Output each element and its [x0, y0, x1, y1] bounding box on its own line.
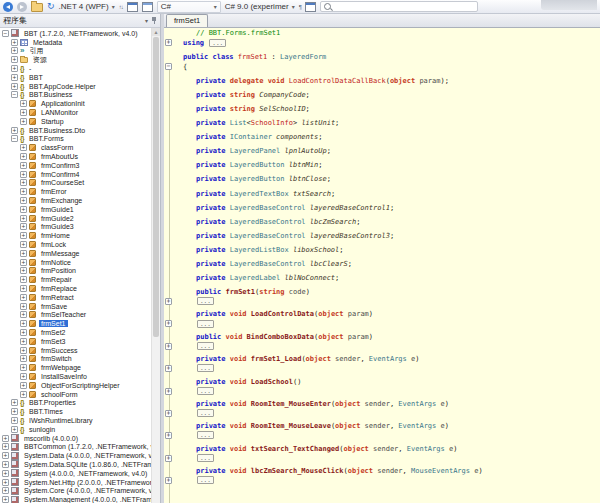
- collapsed-region[interactable]: ...: [197, 387, 214, 395]
- tree-item-objectforscriptinghelper[interactable]: +ObjectForScriptingHelper: [0, 381, 151, 390]
- tree-item-frmretract[interactable]: +frmRetract: [0, 293, 151, 302]
- tree-item-frmset2[interactable]: +frmSet2: [0, 328, 151, 337]
- collapse-icon[interactable]: −: [2, 30, 9, 37]
- expand-icon[interactable]: +: [20, 215, 27, 222]
- tree-item-frmsuccess[interactable]: +frmSuccess: [0, 346, 151, 355]
- tree-item-frmset3[interactable]: +frmSet3: [0, 337, 151, 346]
- tree-item-system-net-http-2-0-0-0-netframework[interactable]: +System.Net.Http (2.0.0.0, .NETFramework…: [0, 478, 151, 487]
- expand-icon[interactable]: +: [20, 364, 27, 371]
- tree-item-system-4-0-0-0-netframework-v4-0[interactable]: +System (4.0.0.0, .NETFramework, v4.0): [0, 469, 151, 478]
- tree-item-system-management-4-0-0-0-netframework[interactable]: +System.Management (4.0.0.0, .NETFramewo…: [0, 495, 151, 503]
- language-version-dropdown[interactable]: C# 9.0 (experimer ▾: [225, 2, 295, 11]
- tree-item-bbt-business-dto[interactable]: +{}BBT.Business.Dto: [0, 126, 151, 135]
- tree-item-frmsave[interactable]: +frmSave: [0, 302, 151, 311]
- expand-icon[interactable]: +: [20, 223, 27, 230]
- tree-item-applicationinit[interactable]: +ApplicationInit: [0, 99, 151, 108]
- expand-icon[interactable]: +: [20, 285, 27, 292]
- collapsed-region[interactable]: ...: [197, 476, 214, 484]
- expand-icon[interactable]: +: [20, 347, 27, 354]
- expand-icon[interactable]: +: [165, 410, 172, 417]
- expand-icon[interactable]: +: [11, 408, 18, 415]
- popout-button[interactable]: [305, 2, 316, 12]
- tree-item-bbt-appcode-helper[interactable]: +{}BBT.AppCode.Helper: [0, 82, 151, 91]
- expand-icon[interactable]: +: [20, 179, 27, 186]
- expand-icon[interactable]: +: [11, 127, 18, 134]
- expand-icon[interactable]: +: [20, 338, 27, 345]
- expand-icon[interactable]: +: [20, 232, 27, 239]
- collapsed-region[interactable]: ...: [197, 364, 214, 372]
- tree-item-bbtcommon-1-7-2-0-netframework-v4-0[interactable]: +BBTCommon (1.7.2.0, .NETFramework, v4.0…: [0, 442, 151, 451]
- expand-icon[interactable]: +: [20, 382, 27, 389]
- expand-icon[interactable]: +: [20, 391, 27, 398]
- tree-item-frmmessage[interactable]: +frmMessage: [0, 249, 151, 258]
- expand-icon[interactable]: +: [20, 294, 27, 301]
- tree-item-bbt-properties[interactable]: +{}BBT.Properties: [0, 398, 151, 407]
- expand-icon[interactable]: +: [11, 399, 18, 406]
- collapse-icon[interactable]: −: [165, 63, 172, 70]
- collapsed-region[interactable]: ...: [209, 39, 226, 47]
- expand-icon[interactable]: +: [165, 477, 172, 484]
- expand-icon[interactable]: +: [20, 303, 27, 310]
- tree-item-bbt-times[interactable]: +{}BBT.Times: [0, 407, 151, 416]
- collapsed-region[interactable]: ...: [197, 431, 214, 439]
- tree-item-item[interactable]: +{}-: [0, 64, 151, 73]
- expand-icon[interactable]: +: [11, 56, 18, 63]
- tree-item-item[interactable]: +»引用: [0, 47, 151, 56]
- expand-icon[interactable]: +: [11, 83, 18, 90]
- expand-icon[interactable]: +: [20, 100, 27, 107]
- tree-item-bbt-1-7-2-0-netframework-v4-0[interactable]: −BBT (1.7.2.0, .NETFramework, v4.0): [0, 29, 151, 38]
- tree-item-metadata[interactable]: +Metadata: [0, 38, 151, 47]
- dock-window-button[interactable]: [127, 2, 138, 12]
- tree-item-frmguide2[interactable]: +frmGuide2: [0, 214, 151, 223]
- expand-icon[interactable]: +: [20, 197, 27, 204]
- code-view[interactable]: // BBT.Forms.frmSet1+using ...public cla…: [164, 28, 600, 503]
- expand-icon[interactable]: +: [165, 365, 172, 372]
- word-wrap-button[interactable]: ¶: [299, 4, 301, 10]
- collapsed-region[interactable]: ...: [197, 320, 214, 328]
- expand-icon[interactable]: +: [20, 276, 27, 283]
- expand-icon[interactable]: +: [20, 109, 27, 116]
- expand-icon[interactable]: +: [11, 39, 18, 46]
- expand-icon[interactable]: +: [20, 144, 27, 151]
- expand-icon[interactable]: +: [20, 311, 27, 318]
- tree-item-frmrepair[interactable]: +frmRepair: [0, 275, 151, 284]
- tree-item-classform[interactable]: +classForm: [0, 143, 151, 152]
- collapsed-region[interactable]: ...: [197, 342, 214, 350]
- tree-item-frmguide3[interactable]: +frmGuide3: [0, 223, 151, 232]
- expand-icon[interactable]: +: [20, 241, 27, 248]
- scroll-up-icon[interactable]: ▲: [152, 28, 160, 36]
- tree-item-sunlogin[interactable]: +{}sunlogin: [0, 425, 151, 434]
- tree-item-mscorlib-4-0-0-0[interactable]: +mscorlib (4.0.0.0): [0, 434, 151, 443]
- back-button[interactable]: [3, 2, 13, 12]
- framework-dropdown[interactable]: .NET 4 (WPF) ▾: [59, 2, 115, 11]
- expand-icon[interactable]: +: [20, 206, 27, 213]
- open-file-button[interactable]: [31, 1, 43, 12]
- tree-item-frmswitch[interactable]: +frmSwitch: [0, 354, 151, 363]
- expand-icon[interactable]: +: [2, 487, 9, 494]
- expand-icon[interactable]: +: [20, 188, 27, 195]
- expand-icon[interactable]: +: [165, 432, 172, 439]
- expand-icon[interactable]: +: [2, 470, 9, 477]
- tree-item-bbt[interactable]: +{}BBT: [0, 73, 151, 82]
- tree-item-bbt-business[interactable]: −{}BBT.Business: [0, 91, 151, 100]
- pin-icon[interactable]: [151, 17, 157, 25]
- language-dropdown[interactable]: C# ▾: [157, 1, 221, 13]
- collapsed-region[interactable]: ...: [197, 409, 214, 417]
- expand-icon[interactable]: +: [20, 355, 27, 362]
- tree-item-startup[interactable]: +Startup: [0, 117, 151, 126]
- tree-item-frmcourseset[interactable]: +frmCourseSet: [0, 179, 151, 188]
- tree-item-frmnotice[interactable]: +frmNotice: [0, 258, 151, 267]
- expand-icon[interactable]: +: [11, 47, 18, 54]
- tree-item-frmconfirm4[interactable]: +frmConfirm4: [0, 170, 151, 179]
- collapse-icon[interactable]: −: [11, 91, 18, 98]
- tree-item-frmexchange[interactable]: +frmExchange: [0, 196, 151, 205]
- tree-item-frmaboutus[interactable]: +frmAboutUs: [0, 152, 151, 161]
- tree-item-frmerror[interactable]: +frmError: [0, 187, 151, 196]
- chevron-down-icon[interactable]: ▾: [145, 17, 148, 24]
- tree-item-lanmonitor[interactable]: +LANMonitor: [0, 108, 151, 117]
- expand-icon[interactable]: +: [20, 153, 27, 160]
- tree-item-system-data-sqlite-1-0-86-0-netframework[interactable]: +System.Data.SQLite (1.0.86.0, .NETFrame…: [0, 460, 151, 469]
- expand-icon[interactable]: +: [165, 343, 172, 350]
- expand-icon[interactable]: +: [20, 329, 27, 336]
- tree-item-frmreplace[interactable]: +frmReplace: [0, 284, 151, 293]
